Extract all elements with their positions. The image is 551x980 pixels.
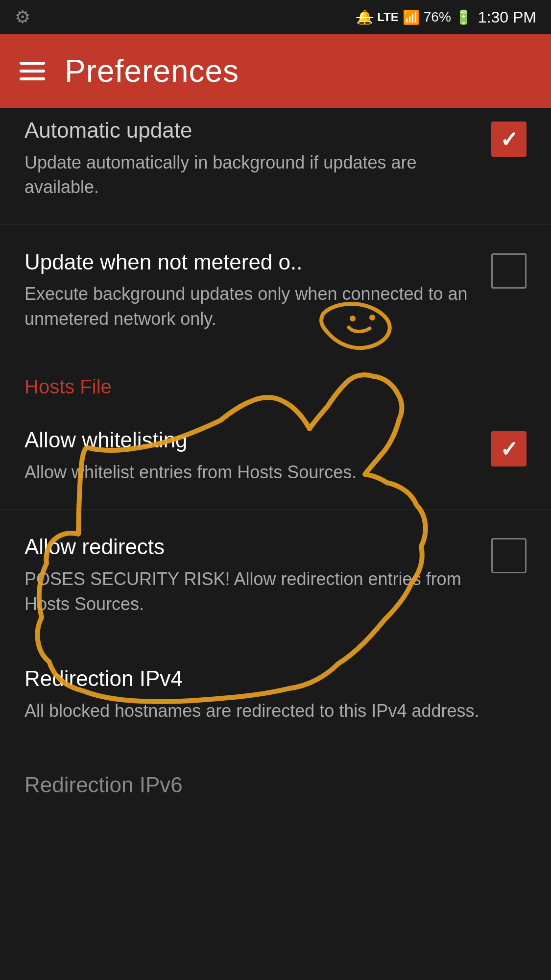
pref-item-redirection-ipv4[interactable]: Redirection IPv4 All blocked hostnames a… bbox=[0, 641, 551, 748]
content-area: Automatic update Update automatically in… bbox=[0, 108, 551, 812]
battery-percent: 76% bbox=[424, 9, 451, 25]
pref-item-redirection-ipv6[interactable]: Redirection IPv6 bbox=[0, 748, 551, 812]
update-not-metered-title: Update when not metered o.. bbox=[24, 249, 472, 275]
allow-redirects-title: Allow redirects bbox=[24, 534, 472, 560]
allow-whitelisting-desc: Allow whitelist entries from Hosts Sourc… bbox=[24, 460, 472, 485]
page-title: Preferences bbox=[65, 53, 239, 89]
automatic-update-checkbox[interactable] bbox=[491, 122, 527, 157]
status-time: 1:30 PM bbox=[478, 8, 536, 26]
allow-redirects-checkbox[interactable] bbox=[491, 538, 527, 573]
signal-icon: 📶 bbox=[403, 9, 420, 25]
pref-item-automatic-update[interactable]: Automatic update Update automatically in… bbox=[0, 108, 551, 225]
hamburger-menu-button[interactable] bbox=[20, 62, 45, 80]
app-bar: Preferences bbox=[0, 34, 551, 108]
pref-item-update-not-metered[interactable]: Update when not metered o.. Execute back… bbox=[0, 225, 551, 357]
section-hosts-file: Hosts File bbox=[0, 356, 551, 403]
pref-item-allow-whitelisting[interactable]: Allow whitelisting Allow whitelist entri… bbox=[0, 403, 551, 510]
allow-whitelisting-checkbox[interactable] bbox=[491, 431, 527, 466]
allow-redirects-desc: POSES SECURITY RISK! Allow redirection e… bbox=[24, 567, 472, 616]
automatic-update-desc: Update automatically in background if up… bbox=[24, 150, 472, 200]
status-bar: ⚙ 🔔 LTE 📶 76% 🔋 1:30 PM bbox=[0, 0, 551, 34]
redirection-ipv4-desc: All blocked hostnames are redirected to … bbox=[24, 699, 507, 723]
lte-icon: LTE bbox=[377, 10, 399, 24]
gear-icon: ⚙ bbox=[15, 7, 30, 27]
pref-item-allow-redirects[interactable]: Allow redirects POSES SECURITY RISK! All… bbox=[0, 510, 551, 641]
update-not-metered-desc: Execute background updates only when con… bbox=[24, 282, 472, 331]
hosts-file-label: Hosts File bbox=[24, 376, 112, 397]
redirection-ipv6-title: Redirection IPv6 bbox=[24, 773, 527, 797]
automatic-update-title: Automatic update bbox=[24, 118, 472, 144]
allow-whitelisting-title: Allow whitelisting bbox=[24, 427, 472, 453]
update-not-metered-checkbox[interactable] bbox=[491, 253, 527, 289]
redirection-ipv4-title: Redirection IPv4 bbox=[24, 666, 507, 692]
battery-icon: 🔋 bbox=[455, 9, 472, 25]
mute-icon: 🔔 bbox=[356, 9, 373, 25]
